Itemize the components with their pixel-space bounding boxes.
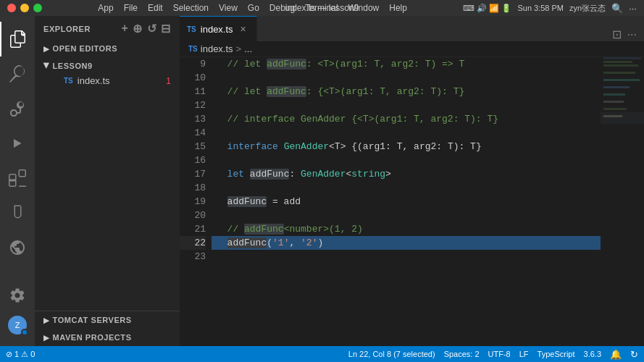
ts-version[interactable]: 3.6.3 — [584, 349, 601, 360]
svg-rect-2 — [603, 64, 638, 67]
avatar-badge — [21, 329, 28, 336]
code-line-13: // interface GenAdder {<T>(arg1: T, arg2… — [212, 112, 601, 126]
code-line-15: interface GenAdder<T> {(arg1: T, arg2: T… — [212, 140, 601, 153]
code-line-22: addFunc('1', '2') — [212, 236, 601, 250]
code-line-19: addFunc = add — [212, 195, 601, 209]
extensions-activity-icon[interactable] — [0, 161, 35, 195]
notification-bell[interactable]: 🔔 — [610, 349, 622, 360]
sidebar: EXPLORER + ⊕ ↺ ⊟ ▶ OPEN EDITORS ▶ LESSON… — [35, 16, 180, 346]
go-menu-item[interactable]: Go — [248, 3, 259, 13]
refresh-icon[interactable]: ↺ — [147, 22, 157, 35]
code-line-11: // let addFunc: {<T>(arg1: T, arg2: T): … — [212, 85, 601, 98]
error-icon: ⊘ — [6, 350, 12, 359]
minimap — [601, 57, 644, 346]
code-content[interactable]: // let addFunc: <T>(arg1: T, arg2: T) =>… — [212, 57, 601, 346]
tomcat-label: TOMCAT SERVERS — [53, 316, 132, 324]
help-menu-item[interactable]: Help — [389, 3, 407, 13]
remote-activity-icon[interactable] — [0, 230, 35, 265]
maven-arrow: ▶ — [43, 334, 50, 342]
search-icon[interactable]: 🔍 — [611, 3, 623, 14]
line-ending[interactable]: LF — [519, 349, 529, 360]
run-debug-activity-icon[interactable] — [0, 126, 35, 161]
more-tabs-icon[interactable]: ··· — [627, 28, 637, 41]
lesson9-label: LESSON9 — [53, 62, 93, 70]
breadcrumb-sep: > — [236, 43, 242, 54]
minimize-button[interactable] — [20, 4, 29, 12]
maximize-button[interactable] — [33, 4, 42, 12]
collapse-icon[interactable]: ⊟ — [161, 22, 171, 35]
indent-size[interactable]: Spaces: 2 — [444, 349, 480, 360]
sidebar-bottom-panels: ▶ TOMCAT SERVERS ▶ MAVEN PROJECTS — [35, 311, 180, 346]
svg-rect-3 — [603, 72, 635, 74]
tab-close-button[interactable]: × — [238, 23, 249, 35]
file-menu-item[interactable]: File — [124, 3, 138, 13]
svg-rect-0 — [603, 57, 641, 59]
app-menu-item[interactable]: App — [98, 3, 113, 13]
line-numbers: 9 10 11 12 13 14 15 16 17 18 19 20 21 22… — [180, 57, 212, 346]
view-menu-item[interactable]: View — [219, 3, 238, 13]
lesson9-header[interactable]: ▶ LESSON9 — [35, 56, 180, 73]
tomcat-servers-header[interactable]: ▶ TOMCAT SERVERS — [35, 311, 180, 329]
code-line-16 — [212, 153, 601, 167]
selection-menu-item[interactable]: Selection — [173, 3, 209, 13]
code-editor[interactable]: 9 10 11 12 13 14 15 16 17 18 19 20 21 22… — [180, 57, 644, 346]
error-badge: 1 — [166, 76, 171, 86]
code-line-14 — [212, 126, 601, 140]
more-icon[interactable]: ··· — [629, 3, 637, 14]
warning-icon: ⚠ — [21, 350, 28, 359]
main-layout: Z EXPLORER + ⊕ ↺ ⊟ ▶ OPEN EDITORS ▶ LESS… — [0, 16, 644, 346]
error-count[interactable]: ⊘ 1 ⚠ 0 — [6, 350, 35, 359]
index-ts-file[interactable]: TS index.ts 1 — [35, 73, 180, 88]
avatar[interactable]: Z — [8, 316, 27, 334]
open-editors-label: OPEN EDITORS — [53, 44, 118, 53]
settings-icon[interactable] — [0, 278, 35, 313]
code-line-21: // addFunc<number>(1, 2) — [212, 222, 601, 236]
filename-label: index.ts — [78, 75, 110, 86]
split-editor-icon[interactable]: ⊡ — [612, 28, 622, 41]
warning-number: 0 — [30, 350, 35, 358]
breadcrumb-file[interactable]: index.ts — [201, 43, 233, 54]
encoding[interactable]: UTF-8 — [488, 349, 511, 360]
cursor-position[interactable]: Ln 22, Col 8 (7 selected) — [348, 349, 435, 360]
code-line-9: // let addFunc: <T>(arg1: T, arg2: T) =>… — [212, 57, 601, 71]
tab-filename: index.ts — [201, 24, 233, 35]
breadcrumb: TS index.ts > ... — [180, 41, 644, 57]
status-bar: ⊘ 1 ⚠ 0 Ln 22, Col 8 (7 selected) Spaces… — [0, 346, 644, 362]
svg-rect-7 — [603, 101, 624, 103]
search-activity-icon[interactable] — [0, 56, 35, 91]
open-editors-header[interactable]: ▶ OPEN EDITORS — [35, 38, 180, 56]
explorer-label: EXPLORER — [43, 25, 91, 33]
breadcrumb-more[interactable]: ... — [244, 43, 252, 54]
code-line-17: let addFunc: GenAdder<string> — [212, 167, 601, 181]
status-right: Ln 22, Col 8 (7 selected) Spaces: 2 UTF-… — [348, 349, 638, 360]
maven-projects-header[interactable]: ▶ MAVEN PROJECTS — [35, 329, 180, 346]
source-control-activity-icon[interactable] — [0, 91, 35, 126]
explorer-header[interactable]: EXPLORER + ⊕ ↺ ⊟ — [35, 16, 180, 38]
new-file-icon[interactable]: + — [121, 22, 128, 35]
ts-file-icon: TS — [64, 77, 73, 85]
active-tab[interactable]: TS index.ts × — [180, 16, 257, 41]
svg-rect-5 — [603, 86, 630, 88]
svg-rect-9 — [601, 112, 644, 124]
svg-rect-1 — [603, 61, 632, 63]
code-line-10 — [212, 71, 601, 85]
lesson9-arrow: ▶ — [43, 63, 51, 70]
svg-rect-8 — [603, 108, 627, 110]
edit-menu-item[interactable]: Edit — [148, 3, 163, 13]
new-folder-icon[interactable]: ⊕ — [133, 22, 143, 35]
code-line-18 — [212, 181, 601, 195]
window-controls — [7, 4, 42, 12]
explorer-activity-icon[interactable] — [0, 22, 35, 56]
testing-activity-icon[interactable] — [0, 195, 35, 230]
language-mode[interactable]: TypeScript — [538, 349, 575, 360]
svg-rect-6 — [603, 93, 625, 96]
user-display: zyn张云态 — [569, 3, 606, 14]
time-display: Sun 3:58 PM — [517, 4, 564, 12]
svg-rect-10 — [603, 115, 622, 117]
editor-area: TS index.ts × ⊡ ··· TS index.ts > ... 9 … — [180, 16, 644, 346]
close-button[interactable] — [7, 4, 16, 12]
sync-icon[interactable]: ↻ — [630, 349, 638, 360]
system-icons: ⌨ 🔊 📶 🔋 — [463, 4, 511, 13]
title-bar: App File Edit Selection View Go Debug Te… — [0, 0, 644, 16]
activity-bar: Z — [0, 16, 35, 346]
